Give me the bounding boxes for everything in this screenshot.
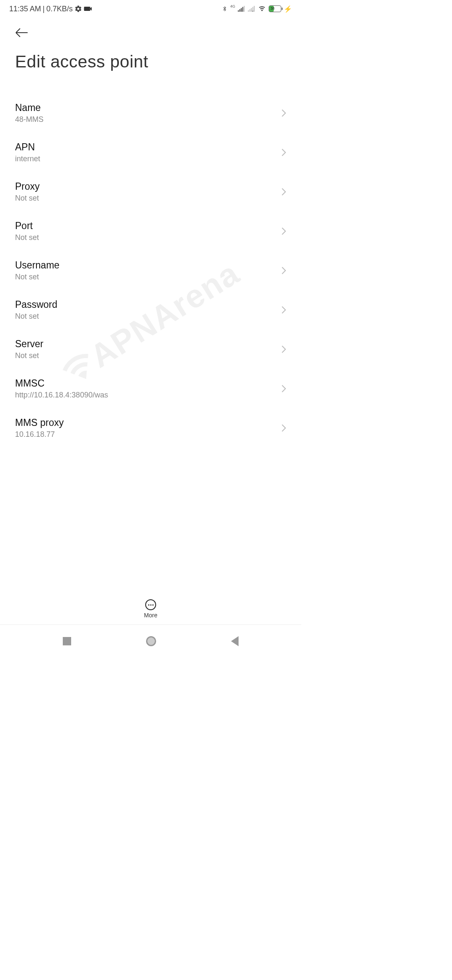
- row-label: APN: [15, 142, 40, 153]
- row-name[interactable]: Name 48-MMS: [0, 93, 301, 133]
- settings-list: Name 48-MMS APN internet Proxy Not set P…: [0, 93, 301, 494]
- chevron-right-icon: [281, 227, 286, 235]
- chevron-right-icon: [281, 345, 286, 353]
- row-value: internet: [15, 155, 40, 163]
- status-data-rate: 0.7KB/s: [46, 5, 73, 13]
- row-mms-proxy[interactable]: MMS proxy 10.16.18.77: [0, 408, 301, 448]
- svg-rect-7: [249, 9, 251, 12]
- row-value: 48-MMS: [15, 115, 44, 124]
- svg-rect-4: [242, 7, 244, 12]
- svg-rect-5: [244, 6, 245, 12]
- status-left: 11:35 AM | 0.7KB/s: [9, 5, 92, 13]
- row-label: Proxy: [15, 181, 40, 192]
- status-right: 4G ✕ 38 ⚡: [222, 5, 292, 13]
- row-port[interactable]: Port Not set: [0, 211, 301, 251]
- svg-text:✕: ✕: [252, 10, 254, 12]
- more-button[interactable]: More: [0, 596, 301, 625]
- more-label: More: [144, 612, 157, 619]
- svg-rect-6: [248, 10, 249, 12]
- back-button[interactable]: [15, 25, 28, 40]
- row-value: Not set: [15, 351, 44, 360]
- bluetooth-icon: [222, 5, 228, 13]
- svg-rect-2: [239, 9, 241, 12]
- more-icon: [145, 599, 156, 610]
- header: Edit access point: [0, 18, 301, 75]
- gear-icon: [74, 5, 82, 13]
- row-label: Server: [15, 338, 44, 350]
- row-server[interactable]: Server Not set: [0, 330, 301, 369]
- chevron-right-icon: [281, 266, 286, 275]
- row-value: Not set: [15, 312, 57, 321]
- row-value: Not set: [15, 273, 59, 281]
- nav-back-button[interactable]: [231, 636, 239, 646]
- network-type-label: 4G: [230, 4, 235, 8]
- status-separator: |: [43, 5, 45, 13]
- wifi-icon: [258, 5, 266, 12]
- chevron-right-icon: [281, 188, 286, 196]
- chevron-right-icon: [281, 424, 286, 432]
- status-time: 11:35 AM: [9, 5, 41, 13]
- chevron-right-icon: [281, 109, 286, 117]
- chevron-right-icon: [281, 306, 286, 314]
- battery-percent: 38: [270, 6, 275, 10]
- android-nav-bar: [0, 629, 301, 653]
- signal-icon-1: [238, 6, 245, 12]
- svg-rect-3: [241, 8, 242, 12]
- page-title: Edit access point: [15, 52, 286, 72]
- row-mmsc[interactable]: MMSC http://10.16.18.4:38090/was: [0, 369, 301, 408]
- svg-rect-0: [84, 7, 90, 11]
- chevron-right-icon: [281, 384, 286, 393]
- row-label: Port: [15, 220, 39, 232]
- row-label: MMSC: [15, 378, 108, 389]
- row-label: Username: [15, 260, 59, 271]
- row-label: Password: [15, 299, 57, 310]
- nav-recent-button[interactable]: [63, 637, 71, 645]
- svg-rect-1: [238, 10, 239, 12]
- nav-home-button[interactable]: [146, 636, 156, 646]
- row-value: http://10.16.18.4:38090/was: [15, 391, 108, 400]
- status-bar: 11:35 AM | 0.7KB/s 4G ✕ 38 ⚡: [0, 0, 301, 18]
- row-apn[interactable]: APN internet: [0, 133, 301, 172]
- signal-icon-2: ✕: [248, 6, 255, 12]
- row-password[interactable]: Password Not set: [0, 290, 301, 330]
- chevron-right-icon: [281, 148, 286, 157]
- row-proxy[interactable]: Proxy Not set: [0, 172, 301, 211]
- camera-icon: [84, 6, 92, 12]
- battery-icon: 38: [269, 5, 281, 12]
- row-value: Not set: [15, 194, 40, 203]
- row-label: MMS proxy: [15, 417, 64, 428]
- row-username[interactable]: Username Not set: [0, 251, 301, 290]
- row-value: 10.16.18.77: [15, 430, 64, 439]
- charging-icon: ⚡: [284, 5, 292, 13]
- row-label: Name: [15, 102, 44, 113]
- row-value: Not set: [15, 233, 39, 242]
